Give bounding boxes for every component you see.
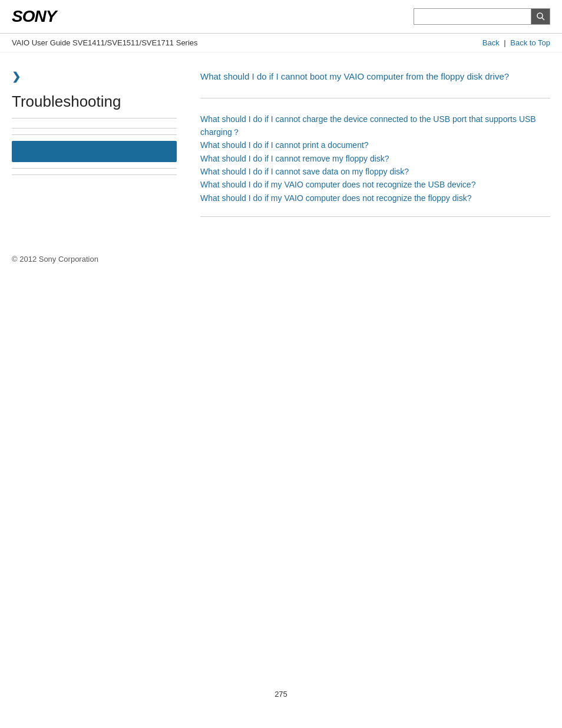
sidebar: ❯ Troubleshooting [12, 64, 189, 231]
content-link-usb-device[interactable]: What should I do if my VAIO computer doe… [200, 178, 550, 191]
sidebar-divider-2 [12, 134, 177, 135]
search-input[interactable] [414, 8, 531, 25]
svg-point-0 [537, 13, 543, 18]
link-group: What should I do if I cannot charge the … [200, 113, 550, 205]
content-link-floppy-disk[interactable]: What should I do if my VAIO computer doe… [200, 192, 550, 205]
search-area [414, 8, 550, 25]
sony-logo: SONY [12, 7, 56, 26]
copyright-text: © 2012 Sony Corporation [12, 255, 98, 263]
back-link[interactable]: Back [482, 38, 500, 47]
svg-line-1 [542, 18, 544, 20]
content-link-save-floppy[interactable]: What should I do if I cannot save data o… [200, 165, 550, 178]
sidebar-divider-3 [12, 168, 177, 169]
nav-separator: | [504, 38, 508, 47]
content-area: What should I do if I cannot boot my VAI… [189, 64, 550, 231]
sidebar-divider-4 [12, 174, 177, 175]
nav-links: Back | Back to Top [482, 38, 550, 47]
guide-title: VAIO User Guide SVE1411/SVE1511/SVE1711 … [12, 38, 198, 47]
back-to-top-link[interactable]: Back to Top [510, 38, 550, 47]
nav-bar: VAIO User Guide SVE1411/SVE1511/SVE1711 … [0, 34, 562, 52]
content-link-boot[interactable]: What should I do if I cannot boot my VAI… [200, 70, 550, 84]
sidebar-highlight-item[interactable] [12, 141, 177, 162]
content-link-print[interactable]: What should I do if I cannot print a doc… [200, 139, 550, 151]
footer: © 2012 Sony Corporation [0, 243, 562, 269]
sidebar-title: Troubleshooting [12, 93, 177, 118]
page-number: 275 [0, 678, 562, 710]
content-link-remove-floppy[interactable]: What should I do if I cannot remove my f… [200, 152, 550, 165]
search-icon [536, 12, 546, 21]
sidebar-divider-1 [12, 128, 177, 129]
content-section-2: What should I do if I cannot charge the … [200, 113, 550, 218]
content-section-1: What should I do if I cannot boot my VAI… [200, 70, 550, 98]
page-header: SONY [0, 0, 562, 34]
main-container: ❯ Troubleshooting What should I do if I … [0, 52, 562, 243]
content-link-usb-charge[interactable]: What should I do if I cannot charge the … [200, 113, 550, 139]
search-button[interactable] [531, 8, 550, 25]
sidebar-chevron-icon[interactable]: ❯ [12, 70, 177, 83]
